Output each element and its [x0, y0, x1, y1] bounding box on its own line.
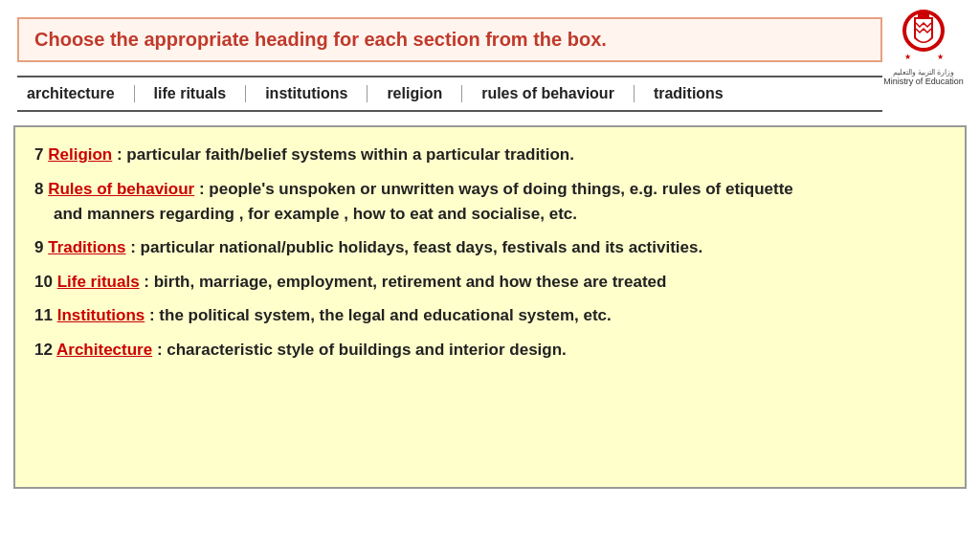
svg-rect-2	[918, 13, 929, 18]
word-bank-item-institutions: institutions	[246, 85, 368, 102]
word-bank-item-traditions: traditions	[635, 85, 743, 102]
answer-text-8-cont: and manners regarding , for example , ho…	[54, 205, 577, 223]
ministry-name-text: وزارة التربية والتعليم Ministry of Educa…	[880, 68, 967, 86]
ministry-logo: ★ ★ وزارة التربية والتعليم Ministry of E…	[880, 10, 967, 86]
answer-row-10: 10 Life rituals : birth, marriage, emplo…	[34, 270, 946, 295]
answer-row-7: 7 Religion : particular faith/belief sys…	[34, 143, 946, 167]
word-bank: architecture life rituals institutions r…	[17, 76, 882, 112]
answer-number-10: 10	[34, 273, 53, 291]
word-bank-item-life-rituals: life rituals	[135, 85, 247, 102]
answer-text-8: : people's unspoken or unwritten ways of…	[194, 180, 793, 198]
word-bank-item-rules: rules of behaviour	[462, 85, 635, 102]
answer-text-9: : particular national/public holidays, f…	[125, 238, 702, 256]
answer-label-9: Traditions	[48, 238, 125, 256]
answers-box: 7 Religion : particular faith/belief sys…	[13, 125, 967, 489]
answer-number-11: 11	[34, 306, 53, 324]
answer-row-12: 12 Architecture : characteristic style o…	[34, 338, 946, 363]
instruction-title: Choose the appropriate heading for each …	[34, 29, 607, 50]
answer-label-10: Life rituals	[57, 273, 140, 291]
answer-text-7: : particular faith/belief systems within…	[112, 145, 574, 164]
answer-label-12: Architecture	[56, 341, 152, 359]
answer-row-11: 11 Institutions : the political system, …	[34, 303, 946, 328]
answer-row-8: 8 Rules of behaviour : people's unspoken…	[34, 177, 946, 202]
answer-text-11: : the political system, the legal and ed…	[145, 306, 611, 324]
answer-row-8-continuation: and manners regarding , for example , ho…	[34, 205, 946, 224]
answer-label-8: Rules of behaviour	[48, 180, 194, 198]
svg-text:★: ★	[937, 53, 944, 61]
answer-number-9: 9	[34, 238, 43, 256]
answer-label-11: Institutions	[57, 306, 145, 324]
answer-row-9: 9 Traditions : particular national/publi…	[34, 235, 946, 260]
answer-number-7: 7	[34, 145, 43, 164]
ministry-emblem-icon: ★ ★	[895, 10, 952, 62]
answer-number-12: 12	[34, 341, 53, 359]
word-bank-item-architecture: architecture	[17, 85, 135, 102]
answer-label-7: Religion	[48, 145, 112, 164]
word-bank-item-religion: religion	[368, 85, 462, 102]
answer-text-12: : characteristic style of buildings and …	[152, 341, 567, 359]
instruction-box: Choose the appropriate heading for each …	[17, 17, 882, 62]
answer-number-8: 8	[34, 180, 43, 198]
svg-text:★: ★	[904, 53, 911, 61]
answer-text-10: : birth, marriage, employment, retiremen…	[140, 273, 667, 291]
